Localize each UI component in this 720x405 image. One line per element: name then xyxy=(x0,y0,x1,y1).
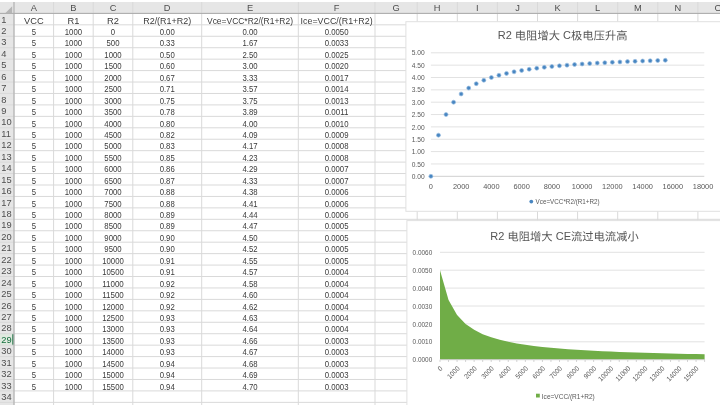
svg-text:4.52: 4.52 xyxy=(242,244,257,254)
svg-text:0.93: 0.93 xyxy=(160,336,175,346)
svg-text:K: K xyxy=(554,3,561,13)
svg-text:0.00: 0.00 xyxy=(242,27,257,37)
svg-text:0.94: 0.94 xyxy=(160,382,175,392)
svg-text:10: 10 xyxy=(1,117,11,127)
svg-text:0.50: 0.50 xyxy=(412,160,425,169)
svg-text:14: 14 xyxy=(1,163,11,173)
svg-text:C: C xyxy=(563,29,571,41)
svg-text:0.0005: 0.0005 xyxy=(325,221,349,231)
svg-text:5: 5 xyxy=(32,256,36,266)
svg-text:0.60: 0.60 xyxy=(160,61,175,71)
svg-text:5: 5 xyxy=(32,38,36,48)
svg-text:0.0014: 0.0014 xyxy=(325,84,349,94)
svg-text:0.0004: 0.0004 xyxy=(325,290,349,300)
svg-text:2.50: 2.50 xyxy=(412,110,425,119)
svg-text:0.0006: 0.0006 xyxy=(325,199,349,209)
svg-text:12000: 12000 xyxy=(602,182,623,191)
svg-text:4.00: 4.00 xyxy=(412,73,425,82)
svg-text:34: 34 xyxy=(1,392,11,402)
svg-text:5: 5 xyxy=(32,233,36,243)
svg-text:0.71: 0.71 xyxy=(160,84,175,94)
svg-text:0.0004: 0.0004 xyxy=(325,302,349,312)
svg-text:5: 5 xyxy=(32,73,36,83)
svg-text:0: 0 xyxy=(429,182,433,191)
svg-text:32: 32 xyxy=(1,369,11,379)
svg-text:5: 5 xyxy=(32,187,36,197)
svg-text:500: 500 xyxy=(107,38,120,48)
svg-text:0.92: 0.92 xyxy=(160,302,175,312)
svg-text:5: 5 xyxy=(32,382,36,392)
svg-text:10000: 10000 xyxy=(102,256,124,266)
svg-text:4.57: 4.57 xyxy=(242,267,257,277)
svg-text:Ice=VCC/(R1+R2): Ice=VCC/(R1+R2) xyxy=(301,16,373,26)
svg-text:5: 5 xyxy=(32,290,36,300)
svg-text:1000: 1000 xyxy=(65,233,82,243)
svg-text:0.94: 0.94 xyxy=(160,370,175,380)
svg-text:0.94: 0.94 xyxy=(160,359,175,369)
svg-text:R2: R2 xyxy=(498,29,512,41)
svg-text:0.78: 0.78 xyxy=(160,107,175,117)
svg-text:0.0010: 0.0010 xyxy=(325,119,349,129)
svg-text:12000: 12000 xyxy=(102,302,124,312)
svg-text:3500: 3500 xyxy=(104,107,121,117)
svg-text:0.85: 0.85 xyxy=(160,153,175,163)
svg-text:11000: 11000 xyxy=(102,279,124,289)
svg-text:1000: 1000 xyxy=(65,141,82,151)
svg-text:4000: 4000 xyxy=(483,182,499,191)
svg-text:1000: 1000 xyxy=(104,50,121,60)
svg-text:5: 5 xyxy=(32,84,36,94)
svg-text:10500: 10500 xyxy=(102,267,124,277)
svg-text:12500: 12500 xyxy=(102,313,124,323)
svg-text:0.88: 0.88 xyxy=(160,187,175,197)
svg-text:1000: 1000 xyxy=(65,359,82,369)
svg-text:1000: 1000 xyxy=(65,347,82,357)
svg-text:0.0050: 0.0050 xyxy=(325,27,349,37)
svg-text:5: 5 xyxy=(32,153,36,163)
svg-text:8500: 8500 xyxy=(104,221,121,231)
svg-text:21: 21 xyxy=(1,243,11,253)
svg-text:15: 15 xyxy=(1,175,11,185)
svg-text:F: F xyxy=(334,3,340,13)
svg-text:3.89: 3.89 xyxy=(242,107,257,117)
svg-text:0.0011: 0.0011 xyxy=(325,107,349,117)
svg-text:1000: 1000 xyxy=(65,302,82,312)
svg-text:0.0004: 0.0004 xyxy=(325,313,349,323)
svg-text:1000: 1000 xyxy=(65,210,82,220)
svg-text:1000: 1000 xyxy=(65,187,82,197)
svg-text:4.70: 4.70 xyxy=(242,382,257,392)
svg-text:1000: 1000 xyxy=(65,382,82,392)
svg-text:5: 5 xyxy=(32,164,36,174)
svg-text:0.87: 0.87 xyxy=(160,176,175,186)
svg-text:A: A xyxy=(31,3,38,13)
svg-text:25: 25 xyxy=(1,289,11,299)
svg-text:1000: 1000 xyxy=(65,279,82,289)
svg-text:Ice=VCC/(R1+R2): Ice=VCC/(R1+R2) xyxy=(542,392,595,401)
svg-text:5: 5 xyxy=(32,359,36,369)
svg-text:4.44: 4.44 xyxy=(242,210,257,220)
svg-text:1000: 1000 xyxy=(65,107,82,117)
svg-text:0.00: 0.00 xyxy=(160,27,175,37)
svg-text:4.60: 4.60 xyxy=(242,290,257,300)
svg-text:0.0005: 0.0005 xyxy=(325,244,349,254)
svg-text:14000: 14000 xyxy=(632,182,653,191)
svg-text:17: 17 xyxy=(1,198,11,208)
svg-text:3.00: 3.00 xyxy=(412,98,425,107)
svg-text:4.62: 4.62 xyxy=(242,302,257,312)
svg-text:4.38: 4.38 xyxy=(242,187,257,197)
svg-text:3.00: 3.00 xyxy=(242,61,257,71)
svg-text:5: 5 xyxy=(1,60,6,70)
svg-text:28: 28 xyxy=(1,323,11,333)
svg-text:0.89: 0.89 xyxy=(160,221,175,231)
svg-text:0.0008: 0.0008 xyxy=(325,141,349,151)
svg-text:0.0013: 0.0013 xyxy=(325,96,349,106)
svg-text:0.0017: 0.0017 xyxy=(325,73,349,83)
svg-text:2500: 2500 xyxy=(104,84,121,94)
svg-text:1.00: 1.00 xyxy=(412,147,425,156)
svg-text:5: 5 xyxy=(32,347,36,357)
svg-text:0.0025: 0.0025 xyxy=(325,50,349,60)
svg-text:16000: 16000 xyxy=(663,182,684,191)
svg-text:4.29: 4.29 xyxy=(242,164,257,174)
svg-text:0.90: 0.90 xyxy=(160,233,175,243)
svg-text:VCC: VCC xyxy=(24,16,44,26)
svg-text:15000: 15000 xyxy=(102,370,124,380)
